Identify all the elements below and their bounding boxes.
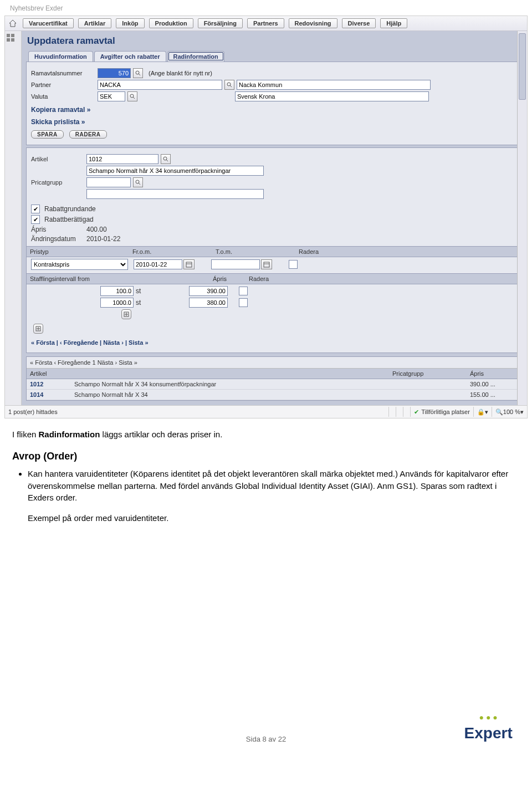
main-area: Uppdatera ramavtal Huvudinformation Avgi… [22, 31, 527, 405]
row0-desc: Schampo Normalt hår X 34 konsumentförpac… [71, 379, 389, 390]
staff-from-1[interactable] [100, 298, 134, 308]
rabattgrundande-checkbox[interactable] [31, 205, 40, 213]
statusbar: 1 post(er) hittades ✔ Tillförlitliga pla… [5, 405, 527, 418]
tab-huvudinformation[interactable]: Huvudinformation [28, 51, 93, 62]
andrings-value: 2010-01-22 [86, 235, 120, 243]
pager-inner[interactable]: « Första | ‹ Föregående | Nästa › | Sist… [31, 339, 518, 346]
ramavtal-input[interactable] [98, 68, 131, 78]
tom-cal-icon[interactable] [261, 259, 272, 269]
staff-apris-0[interactable] [189, 286, 228, 296]
partner-label: Partner [31, 81, 98, 88]
staff-radera-1[interactable] [239, 298, 248, 307]
grid-icon[interactable] [6, 33, 17, 44]
svg-line-9 [133, 97, 135, 99]
row0-pricat [389, 379, 467, 390]
menu-forsaljning[interactable]: Försäljning [198, 18, 243, 28]
artikel-input[interactable] [86, 154, 158, 164]
pristyp-select[interactable]: Kontraktspris [31, 259, 128, 270]
p2: Exempel på order med varuidentiteter. [28, 512, 520, 524]
spara-button[interactable]: SPARA [31, 130, 64, 139]
table-row[interactable]: 1012 Schampo Normalt hår X 34 konsumentf… [27, 379, 522, 390]
price-grid-head: Pristyp Fr.o.m. T.o.m. Radera [27, 246, 522, 257]
zoom-icon[interactable]: 🔍 [495, 408, 503, 416]
menu-inkop[interactable]: Inköp [116, 18, 144, 28]
menu-varucertifikat[interactable]: Varucertifikat [23, 18, 74, 28]
row1-id[interactable]: 1014 [27, 390, 71, 400]
valuta-desc [235, 91, 429, 101]
tabs: Huvudinformation Avgifter och rabatter R… [28, 51, 523, 62]
lower-nav[interactable]: « Första ‹ Föregående 1 Nästa › Sista » [27, 357, 522, 369]
add-staffling-icon[interactable] [121, 309, 131, 319]
menu-diverse[interactable]: Diverse [342, 18, 376, 28]
menu-redovisning[interactable]: Redovisning [289, 18, 337, 28]
th-pricat[interactable]: Pricatgrupp [389, 369, 467, 379]
menu-artiklar[interactable]: Artiklar [78, 18, 112, 28]
staff-from-0[interactable] [100, 286, 134, 296]
status-trusted: Tillförlitliga platser [421, 408, 470, 415]
zoom-dropdown-icon[interactable]: ▾ [520, 408, 524, 416]
pricat-input[interactable] [86, 177, 131, 187]
col-radera: Radera [299, 248, 337, 255]
tab-radinformation[interactable]: Radinformation [167, 51, 224, 62]
from-cal-icon[interactable] [183, 259, 195, 269]
col-from: Fr.o.m. [132, 248, 216, 255]
from-date[interactable] [134, 259, 182, 269]
row1-pricat [389, 390, 467, 400]
p1-post: läggs artiklar och deras priser in. [100, 430, 222, 439]
svg-rect-14 [186, 262, 192, 267]
andrings-label: Ändringsdatum [31, 235, 86, 243]
artikel-label: Artikel [31, 156, 86, 162]
artikel-lookup[interactable] [161, 154, 171, 164]
radera-button[interactable]: RADERA [69, 130, 107, 139]
svg-rect-2 [7, 38, 10, 42]
valuta-lookup[interactable] [127, 91, 137, 101]
th-desc [71, 369, 389, 379]
staff-unit-0: st [134, 287, 156, 295]
ramavtal-lookup[interactable] [133, 68, 143, 78]
apris-value: 400.00 [86, 226, 107, 233]
add-row-icon[interactable] [33, 324, 43, 334]
apris-label: Ápris [31, 226, 86, 233]
staff-apris-1[interactable] [189, 298, 228, 308]
tab-avgifter[interactable]: Avgifter och rabatter [94, 51, 166, 62]
home-icon[interactable] [8, 19, 17, 28]
p1-bold: Radinformation [39, 430, 100, 439]
row1-desc: Schampo Normalt hår X 34 [71, 390, 389, 400]
page-title: Uppdatera ramavtal [26, 33, 523, 51]
logo-sub: S Y S T E M S [458, 742, 519, 743]
article-table: Artikel Pricatgrupp Ápris 1012 Schampo N… [27, 369, 522, 400]
col-staff-from: Stafflingsintervall from [30, 275, 132, 282]
th-artikel[interactable]: Artikel [27, 369, 71, 379]
price-radera-check[interactable] [289, 260, 298, 269]
partner-lookup[interactable] [224, 80, 234, 90]
menu-partners[interactable]: Partners [247, 18, 284, 28]
th-apris[interactable]: Ápris [467, 369, 522, 379]
kopiera-link[interactable]: Kopiera ramavtal » [31, 106, 518, 114]
page-number: Sida 8 av 22 [246, 735, 286, 743]
svg-line-5 [139, 74, 140, 75]
expert-logo: ● ● ● Expert S Y S T E M S [458, 713, 519, 743]
skicka-link[interactable]: Skicka prislista » [31, 118, 518, 126]
status-posts: 1 post(er) hittades [8, 408, 58, 415]
footer: Sida 8 av 22 ● ● ● Expert S Y S T E M S [0, 735, 532, 743]
menubar: Varucertifikat Artiklar Inköp Produktion… [5, 16, 527, 31]
tom-date[interactable] [211, 259, 260, 269]
row0-id[interactable]: 1012 [27, 379, 71, 390]
table-row[interactable]: 1014 Schampo Normalt hår X 34 155.00 ... [27, 390, 522, 400]
body-text: I fliken Radinformation läggs artiklar o… [12, 428, 520, 524]
pricat-lookup[interactable] [133, 177, 143, 187]
security-icon[interactable]: 🔒▾ [477, 408, 488, 416]
doc-header: Nyhetsbrev Exder [0, 0, 532, 14]
rabattberattigad-checkbox[interactable] [31, 215, 40, 224]
menu-produktion[interactable]: Produktion [149, 18, 193, 28]
partner-input[interactable] [98, 80, 222, 90]
staff-radera-0[interactable] [239, 287, 248, 295]
scrollbar[interactable] [517, 31, 527, 405]
svg-rect-16 [264, 262, 269, 267]
valuta-input[interactable] [98, 91, 125, 101]
svg-line-7 [230, 85, 232, 87]
svg-rect-1 [11, 34, 14, 37]
header-panel: Ramavtalsnummer (Ange blankt för nytt nr… [26, 62, 523, 145]
menu-hjalp[interactable]: Hjälp [380, 18, 407, 28]
app-frame: Varucertifikat Artiklar Inköp Produktion… [4, 16, 528, 418]
